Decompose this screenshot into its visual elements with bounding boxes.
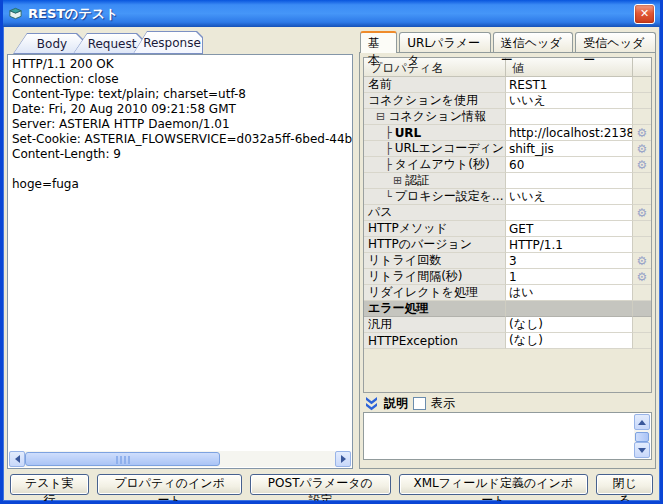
table-row[interactable]: リトライ間隔(秒) 1 ⚙ [364, 269, 651, 285]
expand-icon[interactable]: ⊞ [393, 174, 402, 187]
table-row[interactable]: ├URL http://localhost:21380/te... ⚙ [364, 125, 651, 141]
horizontal-scrollbar[interactable] [9, 451, 351, 467]
header-property-name: プロパティ名 [364, 58, 506, 76]
property-value[interactable] [506, 205, 633, 221]
display-checkbox[interactable] [413, 397, 426, 410]
table-row[interactable]: コネクションを使用 いいえ [364, 93, 651, 109]
table-row[interactable]: ⊞認証 [364, 173, 651, 189]
tree-branch-icon: └ [385, 190, 392, 203]
properties-panel: 基本 URLパラメータ 送信ヘッダー 受信ヘッダー プロパティ名 値 名前 [359, 30, 656, 469]
run-test-button[interactable]: テスト実行 [10, 474, 89, 495]
property-value[interactable]: shift_jis [506, 141, 633, 157]
property-value[interactable]: http://localhost:21380/te... [506, 125, 633, 141]
table-row[interactable]: HTTPのバージョン HTTP/1.1 [364, 237, 651, 253]
display-checkbox-label: 表示 [431, 395, 455, 412]
table-row[interactable]: HTTPメソッド GET [364, 221, 651, 237]
gear-icon[interactable]: ⚙ [637, 271, 648, 283]
property-name: HTTPメソッド [368, 221, 448, 237]
property-name: HTTPException [368, 334, 458, 348]
table-row[interactable]: 名前 REST1 [364, 77, 651, 93]
scrollbar-thumb[interactable] [25, 452, 220, 466]
property-name: 汎用 [368, 317, 392, 333]
property-value[interactable]: いいえ [506, 189, 633, 205]
scrollbar-track[interactable] [25, 451, 335, 467]
tab-receive-headers[interactable]: 受信ヘッダー [575, 32, 656, 52]
property-table: プロパティ名 値 名前 REST1 コネクションを使用 いいえ [363, 57, 652, 393]
scroll-down-icon[interactable] [634, 442, 650, 458]
gear-icon[interactable]: ⚙ [637, 127, 648, 139]
scrollbar-thumb[interactable] [635, 432, 649, 442]
gear-icon[interactable]: ⚙ [637, 207, 648, 219]
property-value[interactable]: 1 [506, 269, 633, 285]
scroll-left-icon[interactable] [9, 451, 25, 467]
tab-response[interactable]: Response [133, 31, 203, 54]
property-name: コネクション情報 [388, 109, 486, 125]
property-value[interactable]: いいえ [506, 93, 633, 109]
property-name: リトライ間隔(秒) [368, 269, 463, 285]
tab-request[interactable]: Request [73, 33, 143, 54]
tab-body[interactable]: Body [13, 33, 83, 54]
post-params-button[interactable]: POSTパラメータの設定 [250, 474, 390, 495]
response-panel: Body Request Response HTTP/1.1 200 OK Co… [7, 30, 353, 469]
collapse-icon[interactable]: ⊟ [376, 110, 385, 123]
header-value: 値 [506, 58, 633, 76]
property-name: 名前 [368, 77, 392, 93]
property-value[interactable]: GET [506, 221, 633, 237]
table-row[interactable]: 汎用 (なし) [364, 317, 651, 333]
property-value[interactable]: はい [506, 285, 633, 301]
table-row[interactable]: パス ⚙ [364, 205, 651, 221]
tab-url-params[interactable]: URLパラメータ [399, 32, 490, 52]
property-value[interactable]: HTTP/1.1 [506, 237, 633, 253]
header-actions [633, 58, 651, 76]
tab-content-basic: プロパティ名 値 名前 REST1 コネクションを使用 いいえ [359, 52, 656, 469]
tree-branch-icon: ├ [385, 142, 392, 155]
gear-icon[interactable]: ⚙ [637, 255, 648, 267]
close-icon[interactable]: ✕ [634, 4, 655, 24]
table-row[interactable]: リトライ回数 3 ⚙ [364, 253, 651, 269]
vertical-scrollbar[interactable] [634, 414, 650, 458]
property-value[interactable]: (なし) [506, 333, 633, 349]
titlebar[interactable]: RESTのテスト ✕ [3, 0, 660, 27]
property-value[interactable] [506, 173, 633, 189]
import-properties-button[interactable]: プロパティのインポート [97, 474, 242, 495]
table-row[interactable]: リダイレクトを処理 はい [364, 285, 651, 301]
table-row[interactable]: └プロキシー設定を... いいえ [364, 189, 651, 205]
scroll-right-icon[interactable] [335, 451, 351, 467]
property-name: URLエンコーディング [395, 141, 506, 157]
property-name: HTTPのバージョン [368, 237, 472, 253]
scroll-up-icon[interactable] [634, 414, 650, 430]
button-bar: テスト実行 プロパティのインポート POSTパラメータの設定 XMLフィールド定… [7, 469, 656, 499]
tab-basic[interactable]: 基本 [360, 31, 397, 53]
property-name: コネクションを使用 [368, 93, 478, 109]
property-value[interactable]: 60 [506, 157, 633, 173]
table-row[interactable]: ⊟コネクション情報 [364, 109, 651, 125]
table-row[interactable]: ├URLエンコーディング shift_jis ⚙ [364, 141, 651, 157]
description-bar: 説明 表示 [363, 393, 652, 412]
double-chevron-down-icon[interactable] [364, 396, 379, 411]
property-name: リダイレクトを処理 [368, 285, 478, 301]
property-value[interactable] [506, 109, 633, 125]
property-value[interactable]: (なし) [506, 317, 633, 333]
window-title: RESTのテスト [28, 5, 629, 23]
table-row[interactable]: HTTPException (なし) [364, 333, 651, 349]
table-filler [364, 349, 651, 392]
table-row[interactable]: ├タイムアウト(秒) 60 ⚙ [364, 157, 651, 173]
right-tab-bar: 基本 URLパラメータ 送信ヘッダー 受信ヘッダー [359, 30, 656, 52]
description-label: 説明 [384, 395, 408, 412]
property-name: 認証 [405, 173, 429, 189]
property-value[interactable]: 3 [506, 253, 633, 269]
gear-icon[interactable]: ⚙ [637, 159, 648, 171]
response-text-area[interactable]: HTTP/1.1 200 OK Connection: close Conten… [7, 54, 353, 469]
property-value[interactable]: REST1 [506, 77, 633, 93]
property-name: URL [395, 126, 422, 140]
section-title: エラー処理 [368, 301, 429, 317]
close-button[interactable]: 閉じる [596, 474, 653, 495]
left-tab-bar: Body Request Response [7, 30, 353, 54]
table-section-row: エラー処理 [364, 301, 651, 317]
tree-branch-icon: ├ [385, 158, 392, 171]
tab-send-headers[interactable]: 送信ヘッダー [493, 32, 574, 52]
import-xml-fields-button[interactable]: XMLフィールド定義のインポート [399, 474, 589, 495]
gear-icon[interactable]: ⚙ [637, 143, 648, 155]
description-text-area[interactable] [363, 412, 652, 460]
window-icon [8, 6, 23, 21]
